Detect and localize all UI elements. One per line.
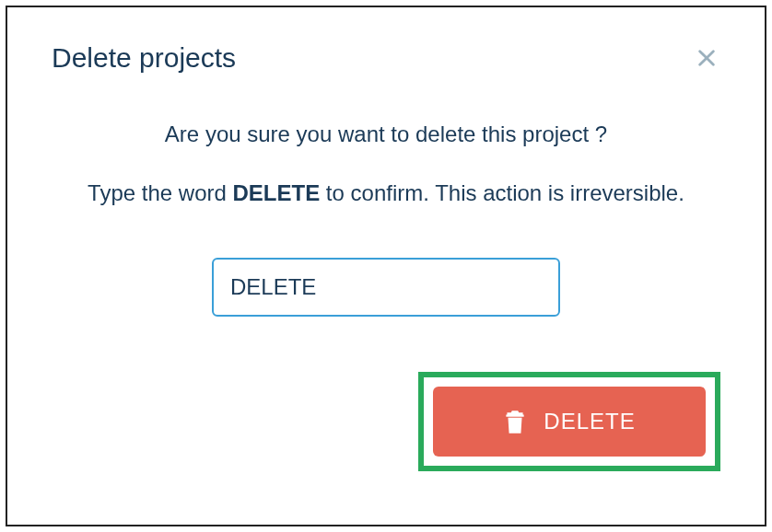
confirm-instruction: Type the word DELETE to confirm. This ac… [52,180,720,206]
instruction-keyword: DELETE [233,180,321,205]
trash-icon [503,408,527,435]
delete-projects-modal: Delete projects Are you sure you want to… [6,6,766,526]
close-icon [696,48,717,68]
confirm-input[interactable] [212,258,560,317]
confirm-question: Are you sure you want to delete this pro… [52,121,720,147]
modal-title: Delete projects [52,42,236,74]
delete-button-label: DELETE [544,409,635,434]
tutorial-highlight: DELETE [418,372,720,471]
instruction-suffix: to confirm. This action is irreversible. [320,180,684,205]
delete-button[interactable]: DELETE [433,387,706,457]
modal-header: Delete projects [52,42,720,74]
modal-body: Are you sure you want to delete this pro… [52,121,720,317]
instruction-prefix: Type the word [88,180,232,205]
modal-footer: DELETE [52,372,720,471]
close-button[interactable] [693,44,720,72]
